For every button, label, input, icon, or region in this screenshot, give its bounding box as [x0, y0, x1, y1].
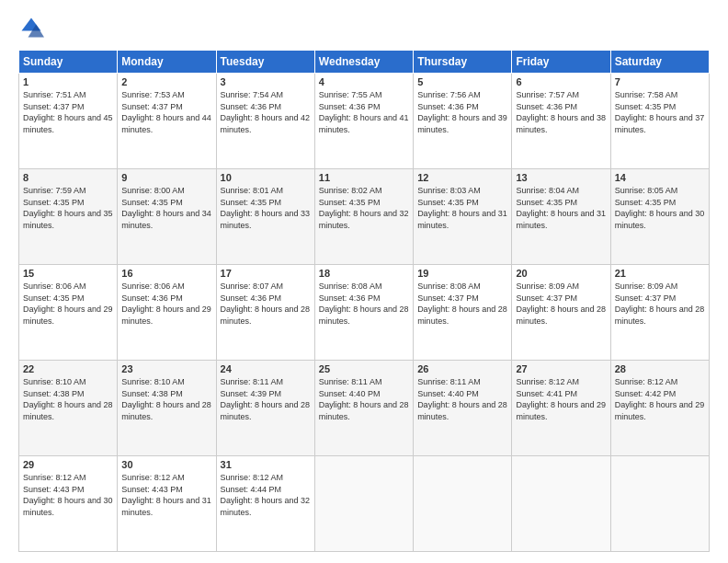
day-number: 27 [516, 363, 606, 374]
day-number: 31 [221, 459, 311, 470]
day-info: Sunrise: 8:11 AMSunset: 4:39 PMDaylight:… [221, 377, 311, 421]
calendar-cell: 18 Sunrise: 8:08 AMSunset: 4:36 PMDaylig… [314, 265, 413, 361]
calendar-cell: 15 Sunrise: 8:06 AMSunset: 4:35 PMDaylig… [19, 265, 118, 361]
header [18, 15, 710, 40]
logo-icon [18, 15, 44, 40]
day-info: Sunrise: 8:12 AMSunset: 4:41 PMDaylight:… [516, 377, 606, 421]
day-number: 29 [23, 459, 113, 470]
day-info: Sunrise: 8:09 AMSunset: 4:37 PMDaylight:… [615, 282, 705, 326]
day-info: Sunrise: 7:51 AMSunset: 4:37 PMDaylight:… [23, 90, 113, 134]
calendar-cell: 8 Sunrise: 7:59 AMSunset: 4:35 PMDayligh… [19, 169, 118, 265]
day-number: 19 [417, 268, 507, 279]
day-info: Sunrise: 8:02 AMSunset: 4:35 PMDaylight:… [319, 186, 409, 230]
calendar-cell: 30 Sunrise: 8:12 AMSunset: 4:43 PMDaylig… [118, 456, 216, 552]
calendar-cell: 26 Sunrise: 8:11 AMSunset: 4:40 PMDaylig… [414, 361, 512, 456]
day-number: 21 [615, 268, 705, 279]
day-info: Sunrise: 8:05 AMSunset: 4:35 PMDaylight:… [615, 186, 705, 230]
week-row-4: 22 Sunrise: 8:10 AMSunset: 4:38 PMDaylig… [19, 361, 710, 456]
day-info: Sunrise: 8:06 AMSunset: 4:35 PMDaylight:… [23, 282, 113, 326]
calendar-cell: 28 Sunrise: 8:12 AMSunset: 4:42 PMDaylig… [610, 361, 709, 456]
calendar-cell [512, 456, 610, 552]
day-info: Sunrise: 8:12 AMSunset: 4:44 PMDaylight:… [221, 473, 311, 517]
day-number: 23 [121, 363, 211, 374]
calendar-cell: 16 Sunrise: 8:06 AMSunset: 4:36 PMDaylig… [118, 265, 216, 361]
day-number: 9 [121, 172, 211, 183]
day-info: Sunrise: 7:56 AMSunset: 4:36 PMDaylight:… [417, 90, 507, 134]
day-info: Sunrise: 8:03 AMSunset: 4:35 PMDaylight:… [417, 186, 507, 230]
day-number: 16 [121, 268, 211, 279]
calendar-cell: 9 Sunrise: 8:00 AMSunset: 4:35 PMDayligh… [118, 169, 216, 265]
day-number: 24 [221, 363, 311, 374]
day-info: Sunrise: 8:00 AMSunset: 4:35 PMDaylight:… [121, 186, 211, 230]
calendar-cell: 31 Sunrise: 8:12 AMSunset: 4:44 PMDaylig… [216, 456, 314, 552]
day-number: 14 [615, 172, 705, 183]
calendar-cell: 24 Sunrise: 8:11 AMSunset: 4:39 PMDaylig… [216, 361, 314, 456]
calendar-cell: 23 Sunrise: 8:10 AMSunset: 4:38 PMDaylig… [118, 361, 216, 456]
day-info: Sunrise: 8:10 AMSunset: 4:38 PMDaylight:… [121, 377, 211, 421]
calendar-cell: 20 Sunrise: 8:09 AMSunset: 4:37 PMDaylig… [512, 265, 610, 361]
day-number: 13 [516, 172, 606, 183]
day-number: 1 [23, 76, 113, 87]
day-info: Sunrise: 8:07 AMSunset: 4:36 PMDaylight:… [221, 282, 311, 326]
calendar-cell: 7 Sunrise: 7:58 AMSunset: 4:35 PMDayligh… [610, 74, 709, 169]
day-number: 2 [121, 76, 211, 87]
weekday-thursday: Thursday [414, 51, 512, 74]
day-info: Sunrise: 7:59 AMSunset: 4:35 PMDaylight:… [23, 186, 113, 230]
day-number: 26 [417, 363, 507, 374]
calendar-cell: 1 Sunrise: 7:51 AMSunset: 4:37 PMDayligh… [19, 74, 118, 169]
day-info: Sunrise: 7:58 AMSunset: 4:35 PMDaylight:… [615, 90, 705, 134]
calendar-cell: 11 Sunrise: 8:02 AMSunset: 4:35 PMDaylig… [314, 169, 413, 265]
calendar-cell: 17 Sunrise: 8:07 AMSunset: 4:36 PMDaylig… [216, 265, 314, 361]
calendar-cell: 13 Sunrise: 8:04 AMSunset: 4:35 PMDaylig… [512, 169, 610, 265]
day-info: Sunrise: 8:06 AMSunset: 4:36 PMDaylight:… [121, 282, 211, 326]
calendar-cell: 25 Sunrise: 8:11 AMSunset: 4:40 PMDaylig… [314, 361, 413, 456]
page: SundayMondayTuesdayWednesdayThursdayFrid… [0, 0, 728, 563]
day-info: Sunrise: 8:09 AMSunset: 4:37 PMDaylight:… [516, 282, 606, 326]
day-info: Sunrise: 7:57 AMSunset: 4:36 PMDaylight:… [516, 90, 606, 134]
day-info: Sunrise: 7:55 AMSunset: 4:36 PMDaylight:… [319, 90, 409, 134]
day-number: 7 [615, 76, 705, 87]
calendar-cell: 22 Sunrise: 8:10 AMSunset: 4:38 PMDaylig… [19, 361, 118, 456]
day-info: Sunrise: 8:10 AMSunset: 4:38 PMDaylight:… [23, 377, 113, 421]
day-info: Sunrise: 7:53 AMSunset: 4:37 PMDaylight:… [121, 90, 211, 134]
day-info: Sunrise: 8:11 AMSunset: 4:40 PMDaylight:… [319, 377, 409, 421]
day-number: 25 [319, 363, 409, 374]
day-number: 11 [319, 172, 409, 183]
day-number: 10 [221, 172, 311, 183]
day-number: 22 [23, 363, 113, 374]
day-info: Sunrise: 8:08 AMSunset: 4:36 PMDaylight:… [319, 282, 409, 326]
weekday-wednesday: Wednesday [314, 51, 413, 74]
logo [18, 15, 48, 40]
weekday-tuesday: Tuesday [216, 51, 314, 74]
calendar-cell: 4 Sunrise: 7:55 AMSunset: 4:36 PMDayligh… [314, 74, 413, 169]
calendar-cell: 14 Sunrise: 8:05 AMSunset: 4:35 PMDaylig… [610, 169, 709, 265]
day-number: 20 [516, 268, 606, 279]
calendar-cell [610, 456, 709, 552]
day-info: Sunrise: 8:12 AMSunset: 4:43 PMDaylight:… [23, 473, 113, 517]
weekday-friday: Friday [512, 51, 610, 74]
day-info: Sunrise: 8:01 AMSunset: 4:35 PMDaylight:… [221, 186, 311, 230]
calendar-cell: 29 Sunrise: 8:12 AMSunset: 4:43 PMDaylig… [19, 456, 118, 552]
day-info: Sunrise: 8:12 AMSunset: 4:42 PMDaylight:… [615, 377, 705, 421]
calendar-cell: 5 Sunrise: 7:56 AMSunset: 4:36 PMDayligh… [414, 74, 512, 169]
calendar-table: SundayMondayTuesdayWednesdayThursdayFrid… [18, 50, 710, 552]
day-number: 30 [121, 459, 211, 470]
day-info: Sunrise: 8:08 AMSunset: 4:37 PMDaylight:… [417, 282, 507, 326]
day-info: Sunrise: 8:04 AMSunset: 4:35 PMDaylight:… [516, 186, 606, 230]
calendar-cell: 19 Sunrise: 8:08 AMSunset: 4:37 PMDaylig… [414, 265, 512, 361]
day-number: 28 [615, 363, 705, 374]
calendar-cell: 10 Sunrise: 8:01 AMSunset: 4:35 PMDaylig… [216, 169, 314, 265]
day-number: 6 [516, 76, 606, 87]
day-number: 12 [417, 172, 507, 183]
weekday-header-row: SundayMondayTuesdayWednesdayThursdayFrid… [19, 51, 710, 74]
day-number: 18 [319, 268, 409, 279]
week-row-2: 8 Sunrise: 7:59 AMSunset: 4:35 PMDayligh… [19, 169, 710, 265]
day-number: 8 [23, 172, 113, 183]
calendar-cell: 12 Sunrise: 8:03 AMSunset: 4:35 PMDaylig… [414, 169, 512, 265]
weekday-sunday: Sunday [19, 51, 118, 74]
day-number: 15 [23, 268, 113, 279]
day-info: Sunrise: 8:12 AMSunset: 4:43 PMDaylight:… [121, 473, 211, 517]
calendar-cell: 6 Sunrise: 7:57 AMSunset: 4:36 PMDayligh… [512, 74, 610, 169]
calendar-cell: 27 Sunrise: 8:12 AMSunset: 4:41 PMDaylig… [512, 361, 610, 456]
week-row-1: 1 Sunrise: 7:51 AMSunset: 4:37 PMDayligh… [19, 74, 710, 169]
